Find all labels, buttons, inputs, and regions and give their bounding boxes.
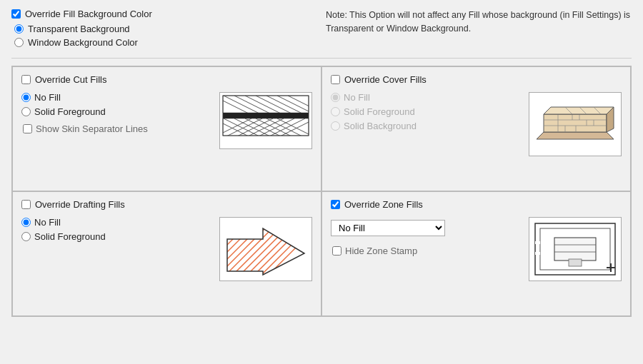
- drafting-no-fill-option: No Fill: [21, 217, 212, 228]
- zone-fills-content: No Fill Solid Foreground Solid Backgroun…: [331, 217, 622, 281]
- top-left: Override Fill Background Color Transpare…: [11, 9, 311, 51]
- override-fill-bg-label: Override Fill Background Color: [25, 9, 152, 19]
- zone-fills-svg: [529, 218, 621, 280]
- svg-rect-71: [569, 259, 582, 266]
- svg-marker-30: [537, 132, 614, 139]
- window-bg-radio[interactable]: [14, 38, 24, 47]
- cut-solid-fg-option: Solid Foreground: [21, 106, 212, 117]
- skin-separator-checkbox[interactable]: [23, 124, 32, 133]
- drafting-no-fill-radio[interactable]: [21, 218, 31, 227]
- hide-zone-stamp-label: Hide Zone Stamp: [345, 246, 417, 256]
- override-cover-fills-label: Override Cover Fills: [344, 74, 427, 85]
- cover-no-fill-option: No Fill: [331, 92, 522, 103]
- override-drafting-fills-checkbox[interactable]: [21, 200, 31, 209]
- svg-rect-66: [554, 238, 596, 261]
- drafting-fills-section: Override Drafting Fills No Fill Solid Fo…: [12, 191, 322, 316]
- override-drafting-fills-label: Override Drafting Fills: [35, 199, 125, 210]
- cover-fills-options: No Fill Solid Foreground Solid Backgroun…: [331, 92, 522, 131]
- override-zone-fills-checkbox[interactable]: [331, 200, 340, 209]
- cover-fills-preview: [529, 92, 622, 156]
- drafting-solid-fg-radio[interactable]: [21, 232, 31, 241]
- transparent-bg-row: Transparent Background: [14, 24, 311, 34]
- drafting-fills-content: No Fill Solid Foreground: [21, 217, 312, 281]
- override-zone-fills-label: Override Zone Fills: [344, 199, 423, 210]
- cover-solid-bg-radio[interactable]: [331, 121, 340, 131]
- zone-fills-section: Override Zone Fills No Fill Solid Foregr…: [322, 191, 631, 316]
- zone-fill-dropdown[interactable]: No Fill Solid Foreground Solid Backgroun…: [331, 220, 445, 236]
- cover-solid-fg-radio[interactable]: [331, 107, 340, 116]
- window-bg-row: Window Background Color: [14, 37, 311, 48]
- cut-fills-preview: [219, 92, 312, 149]
- top-section: Override Fill Background Color Transpare…: [11, 9, 632, 59]
- override-cover-fills-checkbox[interactable]: [331, 75, 340, 84]
- override-fill-bg-row: Override Fill Background Color: [11, 9, 311, 19]
- cover-solid-bg-label: Solid Background: [344, 121, 417, 131]
- svg-rect-0: [220, 93, 311, 148]
- skin-separator-label: Show Skin Separator Lines: [36, 123, 148, 134]
- zone-fills-title-row: Override Zone Fills: [331, 199, 622, 210]
- note-text: Note: This Option will not affect any Fi…: [326, 10, 630, 34]
- drafting-no-fill-label: No Fill: [34, 217, 61, 228]
- cut-fills-title-row: Override Cut Fills: [21, 74, 312, 85]
- svg-marker-42: [544, 107, 614, 114]
- cover-no-fill-radio[interactable]: [331, 93, 340, 102]
- cut-fills-options: No Fill Solid Foreground Show Skin Separ…: [21, 92, 212, 134]
- zone-fills-preview: [529, 217, 622, 281]
- zone-dropdown-row: No Fill Solid Foreground Solid Backgroun…: [331, 220, 522, 236]
- drafting-fills-svg: [220, 218, 311, 280]
- grid-sections: Override Cut Fills No Fill Solid Foregro…: [11, 66, 632, 317]
- cut-skin-separator-row: Show Skin Separator Lines: [23, 123, 212, 134]
- cover-fills-title-row: Override Cover Fills: [331, 74, 622, 85]
- drafting-fills-options: No Fill Solid Foreground: [21, 217, 212, 242]
- cut-solid-fg-radio[interactable]: [21, 107, 31, 116]
- cut-no-fill-label: No Fill: [34, 92, 61, 103]
- cut-fills-section: Override Cut Fills No Fill Solid Foregro…: [12, 66, 322, 191]
- drafting-fills-title-row: Override Drafting Fills: [21, 199, 312, 210]
- cover-solid-bg-option: Solid Background: [331, 121, 522, 131]
- cut-no-fill-option: No Fill: [21, 92, 212, 103]
- override-cut-fills-checkbox[interactable]: [21, 75, 31, 84]
- drafting-fills-preview: [219, 217, 312, 281]
- transparent-bg-radio[interactable]: [14, 24, 24, 34]
- cut-fills-content: No Fill Solid Foreground Show Skin Separ…: [21, 92, 312, 149]
- zone-fills-options: No Fill Solid Foreground Solid Backgroun…: [331, 217, 522, 256]
- override-cut-fills-label: Override Cut Fills: [35, 74, 106, 85]
- cut-fills-svg: [220, 93, 311, 148]
- cover-solid-fg-option: Solid Foreground: [331, 106, 522, 117]
- transparent-bg-label: Transparent Background: [28, 24, 130, 34]
- cover-fills-section: Override Cover Fills No Fill Solid Foreg…: [322, 66, 631, 191]
- top-note: Note: This Option will not affect any Fi…: [311, 9, 632, 36]
- cover-no-fill-label: No Fill: [344, 92, 370, 103]
- cover-fills-content: No Fill Solid Foreground Solid Backgroun…: [331, 92, 622, 156]
- drafting-solid-fg-label: Solid Foreground: [34, 231, 106, 242]
- cover-solid-fg-label: Solid Foreground: [344, 106, 415, 117]
- cut-no-fill-radio[interactable]: [21, 93, 31, 102]
- cover-fills-svg: [529, 93, 621, 156]
- drafting-solid-fg-option: Solid Foreground: [21, 231, 212, 242]
- override-fill-bg-checkbox[interactable]: [11, 9, 21, 19]
- main-container: Override Fill Background Color Transpare…: [0, 0, 643, 364]
- svg-rect-11: [223, 113, 309, 118]
- hide-zone-stamp-checkbox[interactable]: [332, 246, 342, 256]
- svg-marker-31: [544, 114, 607, 132]
- cut-solid-fg-label: Solid Foreground: [34, 106, 106, 117]
- hide-zone-stamp-row: Hide Zone Stamp: [332, 246, 522, 256]
- window-bg-label: Window Background Color: [28, 37, 138, 48]
